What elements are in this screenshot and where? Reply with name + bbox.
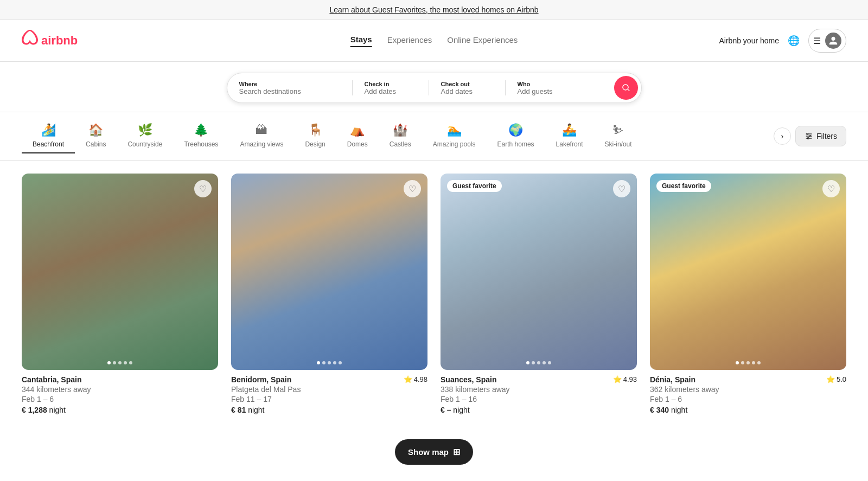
wishlist-button-benidorm[interactable]: ♡ <box>404 180 421 197</box>
dot-2 <box>322 361 326 364</box>
wishlist-button-cantabria[interactable]: ♡ <box>194 180 212 197</box>
listing-location-denia: Dénia, Spain <box>650 375 695 384</box>
listing-dates-denia: Feb 1 – 6 <box>650 395 846 403</box>
dot-4 <box>333 361 336 364</box>
airbnb-logo-icon <box>22 30 38 52</box>
listing-info-denia: Dénia, Spain ⭐ 5.0 362 kilometers away F… <box>650 375 846 414</box>
where-label: Where <box>239 81 340 87</box>
design-label: Design <box>305 140 325 148</box>
dot-1 <box>107 361 111 364</box>
airbnb-home-button[interactable]: Airbnb your home <box>719 36 779 45</box>
cabins-icon: 🏠 <box>88 123 103 137</box>
listing-top-row-cantabria: Cantabria, Spain <box>22 375 218 384</box>
search-section: Where Search destinations Check in Add d… <box>0 62 868 112</box>
where-field[interactable]: Where Search destinations <box>227 81 352 95</box>
logo[interactable]: airbnb <box>22 30 78 52</box>
listing-distance-denia: 362 kilometers away <box>650 385 846 394</box>
category-nav-arrow[interactable]: › <box>774 127 791 145</box>
svg-point-3 <box>807 133 808 135</box>
category-tab-castles[interactable]: 🏰 Castles <box>379 119 422 153</box>
countryside-label: Countryside <box>127 140 162 148</box>
category-tab-design[interactable]: 🪑 Design <box>294 119 336 153</box>
nav-tab-stays[interactable]: Stays <box>350 35 372 47</box>
listing-image-suances: Guest favorite ♡ <box>441 174 637 370</box>
checkin-value: Add dates <box>365 87 417 95</box>
listing-card-benidorm[interactable]: ♡ Benidorm, Spain ⭐ 4.98 Platgeta del Ma… <box>231 174 427 414</box>
treehouses-label: Treehouses <box>184 140 218 148</box>
amazing-views-label: Amazing views <box>240 140 283 148</box>
category-tab-cabins[interactable]: 🏠 Cabins <box>75 119 117 153</box>
domes-label: Domes <box>347 140 368 148</box>
listing-image-benidorm: ♡ <box>231 174 427 370</box>
dot-5 <box>757 361 761 364</box>
listing-image-cantabria: ♡ <box>22 174 218 370</box>
listing-card-cantabria[interactable]: ♡ Cantabria, Spain 344 kilometers away F… <box>22 174 218 414</box>
listing-photo-cantabria <box>22 174 218 370</box>
category-tab-amazing-pools[interactable]: 🏊 Amazing pools <box>422 119 487 153</box>
category-tab-beachfront[interactable]: 🏄 Beachfront <box>22 119 75 153</box>
dots-cantabria <box>107 361 132 364</box>
wishlist-button-denia[interactable]: ♡ <box>822 180 840 197</box>
dot-4 <box>752 361 755 364</box>
dot-4 <box>542 361 546 364</box>
amazing-pools-icon: 🏊 <box>447 123 462 137</box>
wishlist-button-suances[interactable]: ♡ <box>613 180 630 197</box>
category-tab-ski[interactable]: ⛷ Ski-in/out <box>594 119 643 153</box>
earth-homes-label: Earth homes <box>497 140 534 148</box>
castles-icon: 🏰 <box>393 123 407 137</box>
castles-label: Castles <box>390 140 411 148</box>
dot-2 <box>113 361 116 364</box>
category-tab-amazing-views[interactable]: 🏔 Amazing views <box>229 119 294 153</box>
listing-price-denia: € 340 night <box>650 406 846 414</box>
earth-homes-icon: 🌍 <box>508 123 523 137</box>
search-button[interactable] <box>614 76 638 100</box>
countryside-icon: 🌿 <box>138 123 152 137</box>
filters-button[interactable]: Filters <box>795 126 846 146</box>
beachfront-label: Beachfront <box>33 140 64 148</box>
listing-card-denia[interactable]: Guest favorite ♡ Dénia, Spain ⭐ 5.0 362 … <box>650 174 846 414</box>
listing-price-cantabria: € 1,288 night <box>22 406 218 414</box>
who-value: Add guests <box>518 87 602 95</box>
listing-photo-denia <box>650 174 846 370</box>
globe-icon[interactable]: 🌐 <box>788 35 800 47</box>
filters-label: Filters <box>816 132 837 140</box>
dot-5 <box>548 361 551 364</box>
cabins-label: Cabins <box>86 140 106 148</box>
listing-location-cantabria: Cantabria, Spain <box>22 375 81 384</box>
dot-1 <box>317 361 320 364</box>
listing-distance-cantabria: 344 kilometers away <box>22 385 218 394</box>
listing-photo-benidorm <box>231 174 427 370</box>
checkin-field[interactable]: Check in Add dates <box>353 81 429 95</box>
category-tab-domes[interactable]: ⛺ Domes <box>336 119 379 153</box>
listing-dates-suances: Feb 1 – 16 <box>441 395 637 403</box>
category-tab-countryside[interactable]: 🌿 Countryside <box>117 119 173 153</box>
beachfront-icon: 🏄 <box>41 123 56 137</box>
nav-tab-experiences[interactable]: Experiences <box>387 35 432 47</box>
listing-distance-suances: 338 kilometers away <box>441 385 637 394</box>
category-tab-lakefront[interactable]: 🚣 Lakefront <box>545 119 594 153</box>
banner-link[interactable]: Learn about Guest Favorites, the most lo… <box>329 5 538 14</box>
listing-sublocation-benidorm: Platgeta del Mal Pas <box>231 385 427 394</box>
category-tab-treehouses[interactable]: 🌲 Treehouses <box>173 119 229 153</box>
dot-4 <box>124 361 127 364</box>
where-placeholder: Search destinations <box>239 87 340 95</box>
search-bar: Where Search destinations Check in Add d… <box>227 73 642 103</box>
listing-card-suances[interactable]: Guest favorite ♡ Suances, Spain ⭐ 4.93 3… <box>441 174 637 414</box>
avatar <box>825 33 841 49</box>
who-field[interactable]: Who Add guests <box>506 81 614 95</box>
listing-info-cantabria: Cantabria, Spain 344 kilometers away Feb… <box>22 375 218 414</box>
dot-5 <box>129 361 132 364</box>
checkout-field[interactable]: Check out Add dates <box>429 81 505 95</box>
dot-3 <box>118 361 122 364</box>
nav-tabs: Stays Experiences Online Experiences <box>350 35 518 47</box>
user-menu[interactable]: ☰ <box>808 29 846 53</box>
nav-tab-online-experiences[interactable]: Online Experiences <box>447 35 518 47</box>
header-right: Airbnb your home 🌐 ☰ <box>719 29 846 53</box>
treehouses-icon: 🌲 <box>194 123 208 137</box>
listing-image-denia: Guest favorite ♡ <box>650 174 846 370</box>
design-icon: 🪑 <box>308 123 323 137</box>
listing-location-benidorm: Benidorm, Spain <box>231 375 291 384</box>
listing-rating-suances: ⭐ 4.93 <box>613 375 637 383</box>
category-tab-earth-homes[interactable]: 🌍 Earth homes <box>487 119 545 153</box>
dot-1 <box>526 361 529 364</box>
